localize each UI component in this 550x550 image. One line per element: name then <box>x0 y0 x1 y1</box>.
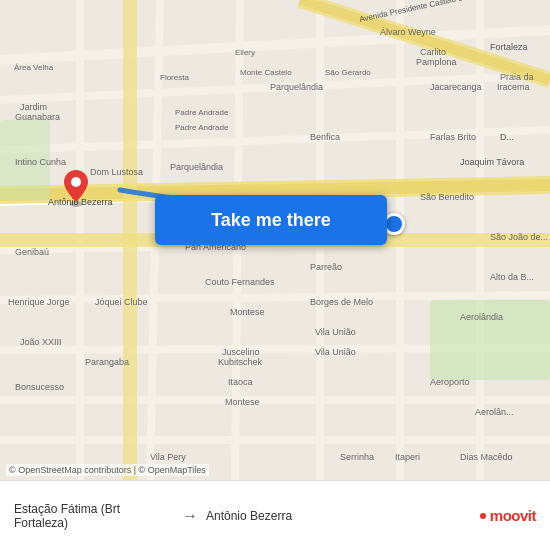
svg-text:Montese: Montese <box>230 307 265 317</box>
svg-text:Itaperi: Itaperi <box>395 452 420 462</box>
origin-pin <box>62 168 90 204</box>
svg-text:Aerolândia: Aerolândia <box>460 312 503 322</box>
moovit-logo-text: moovit <box>490 507 536 524</box>
svg-text:Pamplona: Pamplona <box>416 57 457 67</box>
svg-text:Henrique Jorge: Henrique Jorge <box>8 297 70 307</box>
svg-text:Serrinha: Serrinha <box>340 452 374 462</box>
map-container: Jardim Guanabara Intino Cunha Antônio Be… <box>0 0 550 480</box>
svg-text:Dom Lustosa: Dom Lustosa <box>90 167 143 177</box>
svg-text:Floresta: Floresta <box>160 73 189 82</box>
svg-text:Jardim: Jardim <box>20 102 47 112</box>
svg-text:Área Velha: Área Velha <box>14 63 54 72</box>
moovit-logo-dot <box>480 513 486 519</box>
svg-text:Parquelândia: Parquelândia <box>270 82 323 92</box>
svg-text:Dias Macêdo: Dias Macêdo <box>460 452 513 462</box>
svg-text:D...: D... <box>500 132 514 142</box>
svg-text:Alto da B...: Alto da B... <box>490 272 534 282</box>
svg-text:Borges de Melo: Borges de Melo <box>310 297 373 307</box>
svg-text:Aeroporto: Aeroporto <box>430 377 470 387</box>
svg-text:Padre Andrade: Padre Andrade <box>175 123 229 132</box>
take-me-there-button[interactable]: Take me there <box>155 195 387 245</box>
svg-text:Parreão: Parreão <box>310 262 342 272</box>
svg-text:Iracema: Iracema <box>497 82 530 92</box>
svg-text:Parangaba: Parangaba <box>85 357 129 367</box>
svg-point-82 <box>71 177 81 187</box>
svg-text:Intino Cunha: Intino Cunha <box>15 157 66 167</box>
svg-text:Padre Andrade: Padre Andrade <box>175 108 229 117</box>
svg-text:Vila Pery: Vila Pery <box>150 452 186 462</box>
svg-text:Jacarecanga: Jacarecanga <box>430 82 482 92</box>
svg-text:João XXIII: João XXIII <box>20 337 62 347</box>
svg-text:Jóquei Clube: Jóquei Clube <box>95 297 148 307</box>
svg-text:São Gerardo: São Gerardo <box>325 68 371 77</box>
svg-text:Kubitschek: Kubitschek <box>218 357 263 367</box>
svg-text:Benfica: Benfica <box>310 132 340 142</box>
svg-text:Monte Castelo: Monte Castelo <box>240 68 292 77</box>
svg-text:Vila União: Vila União <box>315 327 356 337</box>
destination-label: Antônio Bezerra <box>206 509 292 523</box>
svg-text:São Benedito: São Benedito <box>420 192 474 202</box>
svg-text:São João de...: São João de... <box>490 232 548 242</box>
svg-text:Vila União: Vila União <box>315 347 356 357</box>
route-info: Estação Fátima (Brt Fortaleza) → Antônio… <box>14 502 480 530</box>
svg-text:Genibaú: Genibaú <box>15 247 49 257</box>
arrow-icon: → <box>182 507 198 525</box>
svg-text:Couto Fernandes: Couto Fernandes <box>205 277 275 287</box>
svg-text:Montese: Montese <box>225 397 260 407</box>
svg-text:Ellery: Ellery <box>235 48 255 57</box>
svg-text:Juscelino: Juscelino <box>222 347 260 357</box>
svg-text:Carlito: Carlito <box>420 47 446 57</box>
svg-text:Álvaro Weyne: Álvaro Weyne <box>380 27 436 37</box>
svg-text:Joaquim Távora: Joaquim Távora <box>460 157 524 167</box>
svg-text:Praia da: Praia da <box>500 72 534 82</box>
moovit-logo: moovit <box>480 507 536 524</box>
svg-text:Guanabara: Guanabara <box>15 112 60 122</box>
svg-text:Farlas Brito: Farlas Brito <box>430 132 476 142</box>
svg-text:Itaoca: Itaoca <box>228 377 253 387</box>
svg-text:Aerolân...: Aerolân... <box>475 407 514 417</box>
svg-text:Parquelândia: Parquelândia <box>170 162 223 172</box>
bottom-bar: Estação Fátima (Brt Fortaleza) → Antônio… <box>0 480 550 550</box>
map-attribution: © OpenStreetMap contributors | © OpenMap… <box>6 464 209 476</box>
svg-text:Bonsucesso: Bonsucesso <box>15 382 64 392</box>
origin-label: Estação Fátima (Brt Fortaleza) <box>14 502 174 530</box>
svg-text:Fortaleza: Fortaleza <box>490 42 528 52</box>
